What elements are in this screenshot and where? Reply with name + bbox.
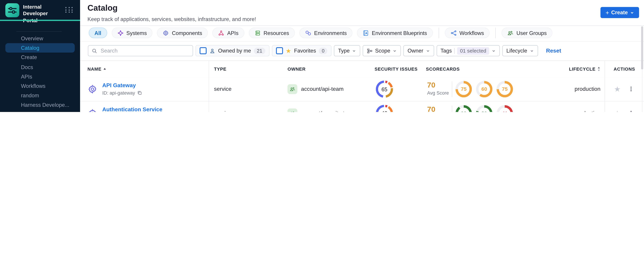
owner-dropdown[interactable]: Owner: [404, 45, 434, 56]
favorite-star-icon[interactable]: ★: [614, 77, 620, 101]
chevron-down-icon: [393, 49, 397, 53]
app: Internal Developer Portal OverviewCatalo…: [0, 0, 644, 112]
tab-apis[interactable]: APIs: [212, 28, 244, 38]
owned-by-me-count: 21: [254, 47, 265, 54]
copy-icon[interactable]: [137, 90, 142, 96]
vertical-scrollbar[interactable]: [641, 26, 643, 70]
owner-link[interactable]: account/security-team: [301, 102, 355, 112]
entity-gear-icon: [88, 108, 97, 112]
sidebar-item-code-pulse[interactable]: Code Pulse: [5, 110, 75, 112]
owned-by-me-filter[interactable]: Owned by me 21: [196, 45, 269, 56]
systems-icon: [117, 30, 124, 36]
tags-selected-chip: 01 selected: [457, 47, 489, 54]
tab-systems[interactable]: Systems: [112, 28, 152, 38]
scorecard-ring[interactable]: 41: [496, 105, 513, 112]
tags-dropdown[interactable]: Tags 01 selected: [436, 45, 500, 56]
tab-divider: [496, 28, 496, 38]
name-column-divider: [209, 60, 209, 112]
owned-by-me-label: Owned by me: [218, 48, 251, 54]
entity-tabs: AllSystemsComponentsAPIsResourcesEnviron…: [89, 28, 552, 38]
sidebar-item-random[interactable]: random: [5, 91, 75, 100]
lifecycle-dropdown[interactable]: Lifecycle: [502, 45, 538, 56]
search-field[interactable]: [100, 47, 190, 54]
owner-link[interactable]: account/api-team: [301, 77, 344, 101]
table-row: API Gateway ID: api-gateway service acco…: [80, 77, 644, 101]
chevron-down-icon: [492, 49, 496, 53]
person-icon: [210, 48, 215, 54]
row-menu-icon[interactable]: [628, 102, 634, 112]
blueprints-icon: [363, 30, 369, 36]
entity-type: service: [214, 77, 232, 101]
scope-dropdown[interactable]: Scope: [363, 45, 401, 56]
sidebar-item-overview[interactable]: Overview: [5, 34, 75, 43]
entity-name-link[interactable]: Authentication Service: [102, 106, 162, 112]
favorites-checkbox[interactable]: [276, 47, 283, 54]
team-icon: [288, 84, 298, 94]
favorites-label: Favorites: [294, 48, 316, 54]
tab-environments[interactable]: Environments: [299, 28, 352, 38]
favorites-count: 0: [319, 47, 327, 54]
reset-filters-link[interactable]: Reset: [546, 48, 561, 54]
main-content: Catalog Keep track of applications, serv…: [80, 0, 644, 112]
page-title: Catalog: [88, 3, 118, 13]
tab-all[interactable]: All: [89, 28, 107, 38]
sort-asc-icon: [103, 67, 106, 70]
entity-type: service: [214, 102, 232, 112]
sidebar-item-catalog[interactable]: Catalog: [5, 43, 75, 53]
scorecard-ring[interactable]: 80: [476, 105, 492, 112]
environments-icon: [305, 30, 311, 36]
table-body: API Gateway ID: api-gateway service acco…: [80, 77, 644, 112]
tab-environment-blueprints[interactable]: Environment Blueprints: [357, 28, 433, 38]
column-header-lifecycle[interactable]: LIFECYCLE: [552, 60, 600, 77]
page-subtitle: Keep track of applications, services, we…: [88, 16, 256, 22]
sidebar: Internal Developer Portal OverviewCatalo…: [0, 0, 80, 112]
tab-resources[interactable]: Resources: [249, 28, 295, 38]
avg-score-label: Avg Score: [427, 90, 449, 95]
owned-by-me-checkbox[interactable]: [200, 47, 207, 54]
tab-workflows[interactable]: Workflows: [444, 28, 490, 38]
sidebar-item-workflows[interactable]: Workflows: [5, 81, 75, 91]
chevron-down-icon: [630, 10, 634, 15]
scorecard-ring[interactable]: 75: [456, 81, 472, 97]
column-header-security-issues: SECURITY ISSUES: [374, 60, 418, 77]
favorites-filter[interactable]: ★ Favorites 0: [272, 45, 332, 56]
sidebar-item-create[interactable]: Create: [5, 53, 75, 62]
scorecards-divider: [452, 81, 452, 97]
security-issues-value: 42: [376, 105, 393, 112]
user-groups-icon: [508, 30, 514, 36]
tab-user-groups[interactable]: User Groups: [502, 28, 552, 38]
table-row: Authentication Service ID: auth-service …: [80, 102, 644, 112]
resources-icon: [254, 30, 261, 36]
entity-name-link[interactable]: API Gateway: [102, 82, 136, 88]
scorecard-ring[interactable]: 60: [476, 81, 492, 97]
tab-components[interactable]: Components: [157, 28, 208, 38]
create-button[interactable]: + Create: [600, 7, 639, 18]
search-input[interactable]: [88, 45, 193, 56]
chevron-down-icon: [426, 49, 430, 53]
scorecard-ring[interactable]: 90: [456, 105, 472, 112]
entity-id: ID: api-gateway: [102, 90, 142, 96]
tabs-divider: [80, 41, 644, 42]
type-dropdown[interactable]: Type: [334, 45, 360, 56]
workflows-icon: [450, 30, 457, 36]
sidebar-item-docs[interactable]: Docs: [5, 62, 75, 72]
tab-divider: [438, 28, 439, 38]
lifecycle-value: production: [552, 77, 600, 101]
sidebar-nav: OverviewCatalogCreateDocsAPIsWorkflowsra…: [0, 34, 80, 112]
plus-icon: +: [606, 9, 609, 16]
filter-bar: Owned by me 21 ★ Favorites 0 Type Scope: [88, 45, 561, 56]
favorite-star-icon[interactable]: ★: [614, 102, 620, 112]
brand-accent-bar: [0, 20, 80, 21]
sidebar-item-harness-develope[interactable]: Harness Develope...: [5, 100, 75, 110]
app-logo-icon: [5, 3, 19, 17]
actions-column-divider: [604, 60, 605, 112]
column-header-name[interactable]: NAME: [88, 60, 106, 77]
column-header-owner: OWNER: [288, 60, 306, 77]
app-switcher-icon[interactable]: [65, 7, 74, 13]
scorecard-ring[interactable]: 75: [496, 81, 513, 97]
row-menu-icon[interactable]: [628, 77, 634, 101]
lifecycle-value: production: [552, 102, 600, 112]
sidebar-item-apis[interactable]: APIs: [5, 72, 75, 81]
column-header-type: TYPE: [214, 60, 226, 77]
header-divider: [80, 26, 644, 26]
